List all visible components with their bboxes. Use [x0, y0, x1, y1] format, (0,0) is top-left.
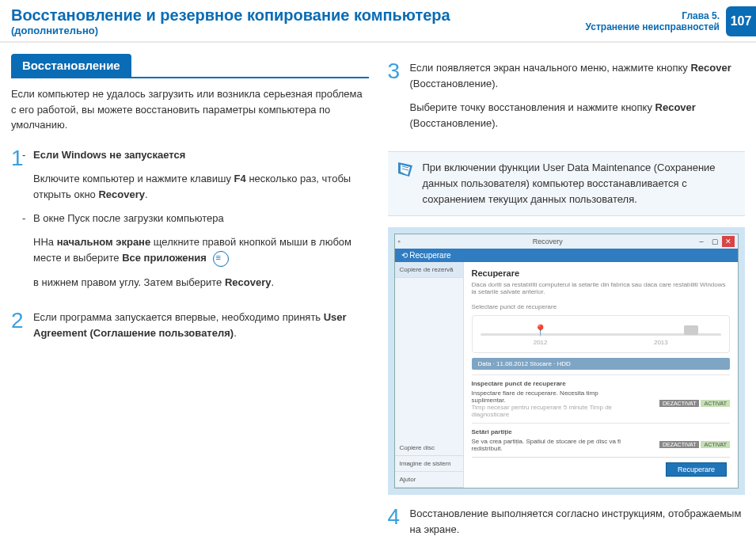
step-3: 3 Если появляется экран начального меню,… — [388, 60, 746, 140]
panel-heading: Recuperare — [472, 268, 731, 278]
page-subtitle: (дополнительно) — [11, 25, 450, 36]
step-number: 4 — [388, 506, 410, 536]
recover-button[interactable]: Recuperare — [666, 462, 727, 477]
minimize-icon[interactable]: – — [695, 236, 708, 247]
selection-info: Data · 11.08.2012 Stocare · HDD — [472, 358, 731, 370]
step-4: 4 Восстановление выполняется согласно ин… — [388, 506, 746, 536]
sidebar-item-backup[interactable]: Copiere de rezervă — [395, 262, 463, 278]
page-title: Восстановление и резервное копирование к… — [11, 6, 450, 25]
note-icon — [396, 160, 415, 179]
window-title: Recovery — [401, 238, 695, 245]
option-inspect: Inspectare fiare de recuperare. Necesita… — [472, 390, 731, 418]
maximize-icon[interactable]: ▢ — [709, 236, 721, 247]
step-2: 2 Если программа запускается впервые, не… — [11, 310, 369, 349]
disk-icon — [684, 325, 698, 335]
sidebar-item-copy-disk[interactable]: Copiere disc — [395, 440, 463, 456]
option-partition: Se va crea partiția. Spatiul de stocare … — [472, 438, 731, 452]
recovery-screenshot: ▫ Recovery – ▢ ✕ ⟲ Recuperare Copiere de… — [388, 227, 746, 495]
all-apps-icon — [213, 251, 229, 267]
note-box: При включении функции User Data Maintena… — [388, 151, 746, 216]
sidebar-item-help[interactable]: Ajutor — [395, 472, 463, 488]
options-heading: Inspectare punct de recuperare — [472, 380, 731, 387]
toggle-partition[interactable]: DEZACTIVATACTIVAT — [659, 441, 730, 448]
step-1: 1 Если Windows не запускается Включите к… — [11, 147, 369, 298]
close-icon[interactable]: ✕ — [722, 236, 735, 247]
step-number: 3 — [388, 60, 410, 140]
chapter-label: Глава 5. Устранение неисправностей — [586, 10, 720, 32]
partition-heading: Setări partiție — [472, 428, 731, 435]
select-label: Selectare punct de recuperare — [472, 303, 731, 310]
panel-desc: Daca doriti sa restabiliti computerul la… — [472, 281, 731, 295]
sidebar: Copiere de rezervă Copiere disc Imagine … — [395, 262, 464, 488]
section-title: Восстановление — [11, 54, 131, 77]
step-number: 2 — [11, 310, 33, 349]
section-intro: Если компьютер не удалось загрузить или … — [11, 86, 369, 133]
app-header: ⟲ Recuperare — [395, 249, 739, 262]
pin-icon: 📍 — [534, 324, 547, 336]
sidebar-item-system-image[interactable]: Imagine de sistem — [395, 456, 463, 472]
recovery-timeline[interactable]: 📍 20122013 — [472, 315, 731, 353]
page-number-badge: 107 — [726, 6, 756, 36]
toggle-inspect[interactable]: DEZACTIVATACTIVAT — [659, 400, 730, 407]
